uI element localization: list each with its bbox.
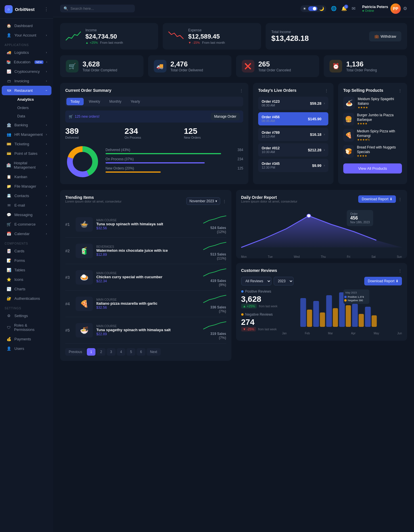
reviews-type-filter[interactable]: All Reviews [241,277,271,285]
page-4-button[interactable]: 4 [117,348,126,356]
sidebar-item-file-manager[interactable]: 📁 File Manager › [2,182,51,191]
sidebar-item-contacts[interactable]: 📇 Contacts › [2,191,51,201]
product-stars: ★★★★½ [357,138,402,141]
avatar[interactable]: PP [390,3,401,14]
withdraw-button[interactable]: 💼 Withdraw [369,31,401,41]
sidebar-item-invoicing[interactable]: 🗃 Invoicing › [2,76,51,86]
sidebar-item-settings[interactable]: ⚙ Settings [2,311,51,321]
sidebar-item-email[interactable]: ✉ E-mail › [2,201,51,210]
page-2-button[interactable]: 2 [97,348,106,356]
order-stat-delivered: 389 Delivered [65,127,124,139]
sidebar-item-roles[interactable]: 🛡 Roles & Permissions [2,321,51,334]
negative-change-text: from last week [258,328,277,331]
daily-report-dots[interactable]: ⋮ [398,197,402,201]
theme-toggle[interactable]: ☀ 🌙 [300,5,326,12]
live-orders-dots[interactable]: ⋮ [325,88,328,93]
sidebar-item-pos[interactable]: 💳 Point of Sales › [2,149,51,158]
download-report-button[interactable]: Download Report ⬇ [358,195,396,203]
sidebar-item-hr[interactable]: 👥 HR Management › [2,130,51,139]
sidebar-item-your-account[interactable]: 👤 Your Account › [2,30,51,40]
sidebar-item-payments[interactable]: 💰 Payments [2,334,51,344]
trending-info: MAIN COURSE Chicken curry special with c… [96,272,200,283]
next-page-button[interactable]: Next [147,348,161,356]
payments-icon: 💰 [6,337,12,341]
submenu-orders[interactable]: Orders [13,104,53,112]
income-details: Income $24,734.50 ▲ +25% From last month [85,28,123,44]
sidebar-item-auth[interactable]: 🔐 Authentications [2,294,51,303]
trending-name: Italiano pizza mozarella with garlic [96,301,200,306]
globe-icon[interactable]: 🌐 [331,6,337,11]
sidebar-item-users[interactable]: 👤 Users [2,344,51,353]
stat-canceled: ❌ 265 Total Order Canceled [236,55,319,77]
sidebar-item-hospital[interactable]: 🏥 Hospital Management › [2,158,51,172]
stat-pending-label: Total Order Pending [346,68,377,72]
sidebar-item-dashboard[interactable]: 🏠 Dashboard [2,21,51,30]
submenu-data[interactable]: Data [13,112,53,120]
product-thumbnail: 🍝 [343,97,355,109]
top-selling-dots[interactable]: ⋮ [398,88,402,93]
reviews-content: Positive Reviews 3,628 ▲ +25% from last … [241,289,402,335]
live-order-item[interactable]: Order #123 08:30 AM $59.28 › [258,97,328,110]
reviews-dots[interactable]: ⋮ [398,268,402,273]
trending-dots[interactable]: ⋮ [223,199,226,203]
expense-card: Expense $12,589.45 ▼ -15% From last mont… [163,23,261,49]
reviews-year-filter[interactable]: 2023 [274,277,294,285]
sidebar-item-calendar[interactable]: 📅 Calendar › [2,229,51,239]
sidebar-item-restaurant[interactable]: 🍽 Restaurant › [2,86,51,95]
toggle-switch[interactable] [308,6,317,11]
live-order-item[interactable]: Order #012 10:30 AM $212.28 › [258,143,328,157]
order-summary-dots[interactable]: ⋮ [239,88,243,93]
download-report-icon: ⬇ [396,279,398,283]
sidebar-item-forms[interactable]: 📝 Forms [2,256,51,265]
sidebar-item-icons[interactable]: ⭐ Icons [2,275,51,284]
sidebar-item-kanban[interactable]: 📋 Kanban › [2,172,51,182]
sidebar-menu-dots[interactable]: ⋮ [44,7,49,12]
page-5-button[interactable]: 5 [126,348,135,356]
page-6-button[interactable]: 6 [137,348,145,356]
live-order-item[interactable]: Order #345 12:30 PM $9.99 › [258,159,328,172]
live-order-item[interactable]: Order #456 08:35 AM $145.90 › [258,112,328,125]
prev-page-button[interactable]: Previous [65,348,86,356]
tables-icon: 📊 [6,268,12,272]
reviews-download-button[interactable]: Download Report ⬇ [364,277,402,285]
manage-order-button[interactable]: Manage Order [211,113,240,120]
chevron-invoicing: › [46,79,47,83]
gear-icon[interactable]: ⚙ [403,6,407,11]
chevron-hospital: › [46,164,47,167]
search-input[interactable] [70,6,128,11]
tab-weekly[interactable]: Weekly [85,98,104,105]
sidebar-nav: 🏠 Dashboard 👤 Your Account › APPLICATION… [0,19,53,532]
search-box[interactable]: 🔍 [60,5,135,12]
arrow-right-icon: › [324,117,325,121]
sidebar-item-ticketing[interactable]: 🎫 Ticketing › [2,139,51,149]
reviews-chart: May 2023 Positive 1,374 Negative 390 Jan… [282,289,402,335]
submenu-analytics[interactable]: Analytics [13,95,53,104]
trending-item: #1 🍲 MAIN COURSE Tuna soup spinach with … [65,211,226,238]
svg-text:Negative 390: Negative 390 [348,299,363,302]
sidebar-item-education[interactable]: 📚 Education NEW › [2,57,51,67]
sidebar-item-banking[interactable]: 🏦 Banking › [2,120,51,130]
tooltip-count: 456 [350,216,370,221]
sidebar-label-auth: Authentications [14,296,40,301]
page-3-button[interactable]: 3 [107,348,116,356]
view-all-button[interactable]: View All Products [343,163,402,173]
notification-icon[interactable]: 🔔 1 [341,6,347,11]
trending-filter-dropdown[interactable]: November 2023 ▾ [186,197,220,205]
sidebar-item-charts[interactable]: 📉 Charts [2,284,51,294]
sidebar-item-cryptocurrency[interactable]: 📈 Cryptocurrency › [2,67,51,76]
tab-monthly[interactable]: Monthly [105,98,125,105]
trending-rank: #3 [65,275,72,280]
education-badge: NEW [34,60,43,64]
mail-icon[interactable]: ✉ [352,6,355,11]
tab-yearly[interactable]: Yearly [126,98,144,105]
sidebar-item-tables[interactable]: 📊 Tables [2,265,51,275]
pos-icon: 💳 [6,151,12,156]
sidebar-item-logistics[interactable]: 🚚 Logistics › [2,48,51,57]
donut-chart [65,144,100,179]
live-order-item[interactable]: Order #789 10:13 AM $16.18 › [258,128,328,141]
tab-today[interactable]: Today [66,98,84,105]
sidebar-item-cards[interactable]: 🃏 Cards [2,246,51,256]
sidebar-item-ecommerce[interactable]: 🛒 E-commerce › [2,220,51,229]
page-1-button[interactable]: 1 [87,348,96,356]
sidebar-item-messaging[interactable]: 💬 Messaging › [2,210,51,220]
